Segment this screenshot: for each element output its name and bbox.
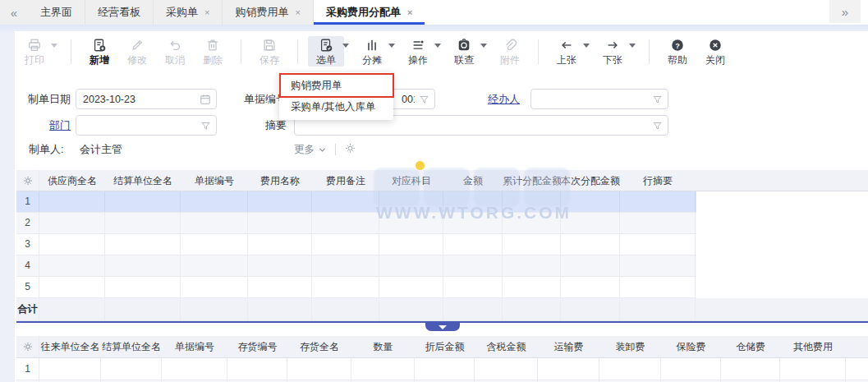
caret-down-icon[interactable] <box>629 44 636 48</box>
delete-button[interactable]: 删除 <box>195 36 231 67</box>
department-link[interactable]: 部门 <box>25 115 71 136</box>
gear-icon <box>22 341 34 352</box>
caret-down-icon[interactable] <box>388 44 395 48</box>
edit-button[interactable]: 修改 <box>119 36 155 67</box>
column-header: 仓储费 <box>721 336 780 357</box>
svg-text:?: ? <box>675 42 680 50</box>
close-doc-button[interactable]: 关闭 <box>697 36 733 67</box>
caret-down-icon[interactable] <box>342 44 349 48</box>
column-header: 存货编号 <box>227 336 287 357</box>
column-header: 运输费 <box>538 336 599 357</box>
menu-item-purchase-or-inbound[interactable]: 采购单/其他入库单 <box>279 96 393 117</box>
doc-date-label: 制单日期 <box>25 89 71 109</box>
tabs-overflow-icon[interactable]: » <box>829 0 861 23</box>
gear-icon <box>22 175 34 186</box>
column-header: 结算单位全名 <box>101 336 162 357</box>
column-header: 行摘要 <box>620 170 696 191</box>
header-divider-band <box>0 25 868 31</box>
column-header: 装卸费 <box>599 336 661 357</box>
column-header: 金额 <box>443 170 503 191</box>
pencil-icon <box>130 38 145 53</box>
arrow-left-icon <box>559 38 574 53</box>
print-button[interactable]: 打印 <box>16 36 53 67</box>
tab-purchase-order[interactable]: 采购单× <box>154 0 223 25</box>
divider <box>335 144 336 155</box>
operations-button[interactable]: 操作 <box>400 36 436 67</box>
tab-main[interactable]: 主界面 <box>28 0 85 25</box>
attachment-button[interactable]: 附件 <box>492 36 528 67</box>
table-row[interactable]: 2 <box>16 213 696 234</box>
undo-icon <box>168 38 182 53</box>
question-circle-icon: ? <box>670 38 685 53</box>
trash-icon <box>205 38 220 53</box>
column-header: 费用备注 <box>312 170 379 191</box>
table-row[interactable]: 4 <box>16 255 696 277</box>
column-header: 对应科目 <box>379 170 443 191</box>
collapse-handle[interactable] <box>425 323 460 331</box>
column-header: 往来单位全名 <box>39 336 101 357</box>
column-settings-button[interactable] <box>16 336 39 357</box>
tabs-collapse-icon[interactable]: « <box>0 0 28 25</box>
floppy-icon <box>262 38 277 53</box>
detail-table: 往来单位全名 结算单位全名 单据编号 存货编号 存货全名 数量 折后金额 含税金… <box>16 336 868 382</box>
toolbar-separator <box>297 39 298 64</box>
add-button[interactable]: 新增 <box>81 36 117 67</box>
expense-table: 供应商全名 结算单位全名 单据编号 费用名称 费用备注 对应科目 金额 累计分配… <box>16 170 868 321</box>
cancel-button[interactable]: 取消 <box>157 36 193 67</box>
creator-label: 制单人: <box>29 141 64 158</box>
linked-query-button[interactable]: 联查 <box>446 36 482 67</box>
column-header: 本次分配金额 <box>561 170 620 191</box>
select-doc-button[interactable]: 选单 <box>308 36 344 67</box>
table-row[interactable]: 5 <box>16 277 696 298</box>
close-icon[interactable]: × <box>295 7 300 17</box>
row-number[interactable]: 2 <box>16 213 39 233</box>
tab-bar: « 主界面 经营看板 采购单× 购销费用单× 采购费用分配单× » <box>0 0 868 25</box>
close-icon[interactable]: × <box>407 7 412 17</box>
column-header: 供应商全名 <box>39 170 105 191</box>
column-header: 含税金额 <box>475 336 538 357</box>
detail-table-header: 往来单位全名 结算单位全名 单据编号 存货编号 存货全名 数量 折后金额 含税金… <box>16 336 868 358</box>
column-header: 单据编号 <box>162 336 227 357</box>
agent-link[interactable]: 经办人 <box>488 89 524 109</box>
row-number[interactable]: 5 <box>16 277 39 297</box>
agent-input[interactable] <box>530 89 668 109</box>
row-number[interactable]: 3 <box>16 234 39 255</box>
chevron-down-icon <box>439 325 447 329</box>
row-number[interactable]: 4 <box>16 255 39 276</box>
caret-down-icon[interactable] <box>583 44 590 48</box>
creator-value: 会计主管 <box>80 141 122 158</box>
form-settings-button[interactable] <box>344 142 356 157</box>
help-button[interactable]: ? 帮助 <box>659 36 696 67</box>
column-settings-button[interactable] <box>16 170 39 191</box>
column-header: 费用名称 <box>248 170 312 191</box>
column-header: 结算单位全名 <box>105 170 181 191</box>
table-row[interactable]: 1 <box>16 191 696 213</box>
expense-table-header: 供应商全名 结算单位全名 单据编号 费用名称 费用备注 对应科目 金额 累计分配… <box>16 170 868 191</box>
select-doc-menu: 购销费用单 采购单/其他入库单 <box>279 72 393 120</box>
document-plus-icon <box>92 38 107 53</box>
next-doc-button[interactable]: 下张 <box>595 36 631 67</box>
arrow-right-icon <box>605 38 620 53</box>
table-row[interactable]: 3 <box>16 234 696 255</box>
menu-item-expense-doc[interactable]: 购销费用单 <box>279 75 393 96</box>
save-button[interactable]: 保存 <box>251 36 287 67</box>
document-check-icon <box>319 38 333 53</box>
tab-dashboard[interactable]: 经营看板 <box>85 0 154 25</box>
tab-expense-doc[interactable]: 购销费用单× <box>223 0 313 25</box>
allocate-button[interactable]: 分摊 <box>354 36 390 67</box>
tab-expense-allocation[interactable]: 采购费用分配单× <box>314 0 425 25</box>
column-header: 数量 <box>351 336 415 357</box>
column-header: 累计分配金额 <box>503 170 561 191</box>
list-icon <box>411 38 425 53</box>
caret-down-icon[interactable] <box>480 44 487 48</box>
row-number[interactable]: 1 <box>16 191 39 212</box>
table-row[interactable]: 1 <box>16 358 868 380</box>
doc-date-input[interactable] <box>76 89 217 109</box>
previous-doc-button[interactable]: 上张 <box>549 36 585 67</box>
more-button[interactable]: 更多 <box>294 143 327 157</box>
caret-down-icon[interactable] <box>434 44 441 48</box>
row-number[interactable]: 1 <box>16 358 39 380</box>
caret-down-icon[interactable] <box>51 44 57 48</box>
close-icon[interactable]: × <box>204 7 209 17</box>
department-input[interactable] <box>76 115 217 136</box>
